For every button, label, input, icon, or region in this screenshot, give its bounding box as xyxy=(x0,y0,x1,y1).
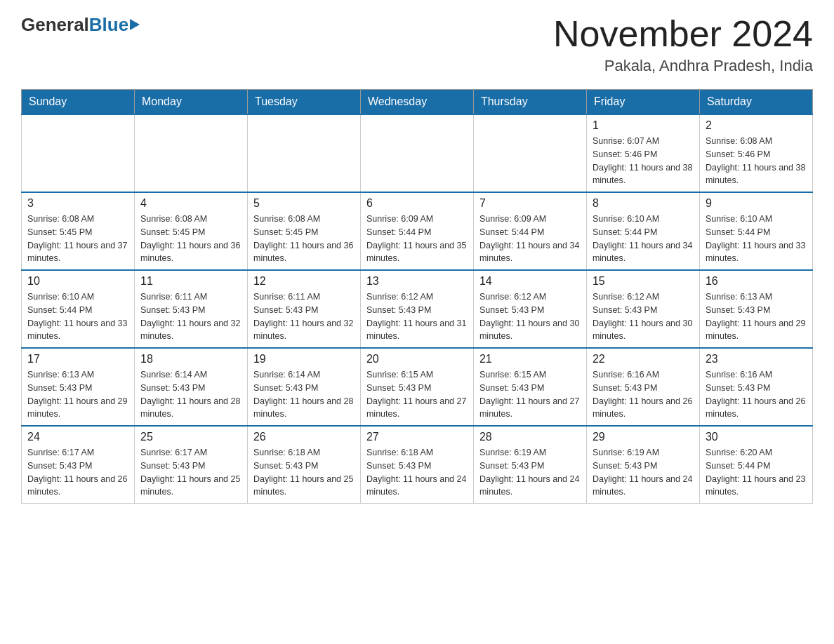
day-number: 14 xyxy=(479,275,581,288)
table-row: 11Sunrise: 6:11 AMSunset: 5:43 PMDayligh… xyxy=(134,270,247,348)
day-number: 3 xyxy=(27,197,128,210)
table-row: 28Sunrise: 6:19 AMSunset: 5:43 PMDayligh… xyxy=(473,426,586,504)
day-number: 20 xyxy=(366,353,468,365)
page-header: General Blue November 2024 Pakala, Andhr… xyxy=(21,14,813,75)
day-number: 26 xyxy=(253,431,355,443)
day-info: Sunrise: 6:16 AMSunset: 5:43 PMDaylight:… xyxy=(593,368,694,421)
table-row: 13Sunrise: 6:12 AMSunset: 5:43 PMDayligh… xyxy=(360,270,473,348)
table-row: 26Sunrise: 6:18 AMSunset: 5:43 PMDayligh… xyxy=(247,426,360,504)
day-number: 23 xyxy=(706,353,807,365)
day-number: 21 xyxy=(479,353,581,365)
table-row: 12Sunrise: 6:11 AMSunset: 5:43 PMDayligh… xyxy=(247,270,360,348)
day-info: Sunrise: 6:17 AMSunset: 5:43 PMDaylight:… xyxy=(27,446,128,499)
calendar-week-row: 17Sunrise: 6:13 AMSunset: 5:43 PMDayligh… xyxy=(22,348,813,426)
day-info: Sunrise: 6:19 AMSunset: 5:43 PMDaylight:… xyxy=(479,446,581,499)
day-info: Sunrise: 6:17 AMSunset: 5:43 PMDaylight:… xyxy=(140,446,241,499)
day-info: Sunrise: 6:08 AMSunset: 5:46 PMDaylight:… xyxy=(706,135,807,187)
table-row: 9Sunrise: 6:10 AMSunset: 5:44 PMDaylight… xyxy=(699,192,812,270)
day-number: 15 xyxy=(593,275,694,288)
day-number: 10 xyxy=(27,275,128,288)
day-number: 9 xyxy=(706,197,807,210)
day-number: 8 xyxy=(593,197,694,210)
table-row xyxy=(134,114,247,192)
table-row: 18Sunrise: 6:14 AMSunset: 5:43 PMDayligh… xyxy=(134,348,247,426)
table-row: 17Sunrise: 6:13 AMSunset: 5:43 PMDayligh… xyxy=(22,348,135,426)
table-row: 8Sunrise: 6:10 AMSunset: 5:44 PMDaylight… xyxy=(586,192,699,270)
day-info: Sunrise: 6:08 AMSunset: 5:45 PMDaylight:… xyxy=(27,213,128,265)
day-info: Sunrise: 6:12 AMSunset: 5:43 PMDaylight:… xyxy=(593,290,694,343)
table-row: 5Sunrise: 6:08 AMSunset: 5:45 PMDaylight… xyxy=(247,192,360,270)
table-row: 2Sunrise: 6:08 AMSunset: 5:46 PMDaylight… xyxy=(699,114,812,192)
table-row: 7Sunrise: 6:09 AMSunset: 5:44 PMDaylight… xyxy=(473,192,586,270)
table-row: 25Sunrise: 6:17 AMSunset: 5:43 PMDayligh… xyxy=(134,426,247,504)
day-number: 6 xyxy=(366,197,468,210)
day-number: 18 xyxy=(140,353,241,365)
table-row: 4Sunrise: 6:08 AMSunset: 5:45 PMDaylight… xyxy=(134,192,247,270)
table-row: 1Sunrise: 6:07 AMSunset: 5:46 PMDaylight… xyxy=(586,114,699,192)
calendar-header-row: Sunday Monday Tuesday Wednesday Thursday… xyxy=(22,90,813,115)
calendar-week-row: 1Sunrise: 6:07 AMSunset: 5:46 PMDaylight… xyxy=(22,114,813,192)
day-info: Sunrise: 6:08 AMSunset: 5:45 PMDaylight:… xyxy=(140,213,241,265)
location-title: Pakala, Andhra Pradesh, India xyxy=(553,57,813,75)
day-number: 17 xyxy=(27,353,128,365)
table-row xyxy=(22,114,135,192)
calendar-table: Sunday Monday Tuesday Wednesday Thursday… xyxy=(21,89,813,504)
logo-triangle-icon xyxy=(130,19,140,30)
day-info: Sunrise: 6:11 AMSunset: 5:43 PMDaylight:… xyxy=(140,290,241,343)
table-row: 3Sunrise: 6:08 AMSunset: 5:45 PMDaylight… xyxy=(22,192,135,270)
day-number: 4 xyxy=(140,197,241,210)
day-info: Sunrise: 6:12 AMSunset: 5:43 PMDaylight:… xyxy=(479,290,581,343)
table-row: 20Sunrise: 6:15 AMSunset: 5:43 PMDayligh… xyxy=(360,348,473,426)
title-block: November 2024 Pakala, Andhra Pradesh, In… xyxy=(553,14,813,75)
day-info: Sunrise: 6:14 AMSunset: 5:43 PMDaylight:… xyxy=(140,368,241,421)
day-info: Sunrise: 6:10 AMSunset: 5:44 PMDaylight:… xyxy=(706,213,807,265)
calendar-week-row: 3Sunrise: 6:08 AMSunset: 5:45 PMDaylight… xyxy=(22,192,813,270)
table-row: 15Sunrise: 6:12 AMSunset: 5:43 PMDayligh… xyxy=(586,270,699,348)
day-number: 13 xyxy=(366,275,468,288)
day-number: 5 xyxy=(253,197,355,210)
day-number: 22 xyxy=(593,353,694,365)
day-info: Sunrise: 6:13 AMSunset: 5:43 PMDaylight:… xyxy=(27,368,128,421)
day-number: 1 xyxy=(593,119,694,132)
day-number: 30 xyxy=(706,431,807,443)
day-info: Sunrise: 6:15 AMSunset: 5:43 PMDaylight:… xyxy=(366,368,468,421)
header-thursday: Thursday xyxy=(473,90,586,115)
table-row: 19Sunrise: 6:14 AMSunset: 5:43 PMDayligh… xyxy=(247,348,360,426)
day-info: Sunrise: 6:16 AMSunset: 5:43 PMDaylight:… xyxy=(706,368,807,421)
table-row: 30Sunrise: 6:20 AMSunset: 5:44 PMDayligh… xyxy=(699,426,812,504)
day-info: Sunrise: 6:08 AMSunset: 5:45 PMDaylight:… xyxy=(253,213,355,265)
table-row: 16Sunrise: 6:13 AMSunset: 5:43 PMDayligh… xyxy=(699,270,812,348)
day-info: Sunrise: 6:14 AMSunset: 5:43 PMDaylight:… xyxy=(253,368,355,421)
day-number: 2 xyxy=(706,119,807,132)
day-info: Sunrise: 6:19 AMSunset: 5:43 PMDaylight:… xyxy=(593,446,694,499)
day-number: 11 xyxy=(140,275,241,288)
table-row: 24Sunrise: 6:17 AMSunset: 5:43 PMDayligh… xyxy=(22,426,135,504)
calendar-week-row: 24Sunrise: 6:17 AMSunset: 5:43 PMDayligh… xyxy=(22,426,813,504)
day-info: Sunrise: 6:09 AMSunset: 5:44 PMDaylight:… xyxy=(366,213,468,265)
table-row: 22Sunrise: 6:16 AMSunset: 5:43 PMDayligh… xyxy=(586,348,699,426)
table-row: 29Sunrise: 6:19 AMSunset: 5:43 PMDayligh… xyxy=(586,426,699,504)
day-info: Sunrise: 6:20 AMSunset: 5:44 PMDaylight:… xyxy=(706,446,807,499)
day-number: 12 xyxy=(253,275,355,288)
day-number: 27 xyxy=(366,431,468,443)
day-info: Sunrise: 6:10 AMSunset: 5:44 PMDaylight:… xyxy=(27,290,128,343)
logo-blue-text: Blue xyxy=(89,14,128,36)
day-number: 16 xyxy=(706,275,807,288)
day-info: Sunrise: 6:18 AMSunset: 5:43 PMDaylight:… xyxy=(253,446,355,499)
day-number: 25 xyxy=(140,431,241,443)
table-row: 14Sunrise: 6:12 AMSunset: 5:43 PMDayligh… xyxy=(473,270,586,348)
table-row: 27Sunrise: 6:18 AMSunset: 5:43 PMDayligh… xyxy=(360,426,473,504)
header-sunday: Sunday xyxy=(22,90,135,115)
day-info: Sunrise: 6:09 AMSunset: 5:44 PMDaylight:… xyxy=(479,213,581,265)
day-info: Sunrise: 6:13 AMSunset: 5:43 PMDaylight:… xyxy=(706,290,807,343)
day-number: 29 xyxy=(593,431,694,443)
table-row: 23Sunrise: 6:16 AMSunset: 5:43 PMDayligh… xyxy=(699,348,812,426)
table-row: 6Sunrise: 6:09 AMSunset: 5:44 PMDaylight… xyxy=(360,192,473,270)
logo: General Blue xyxy=(21,14,140,36)
header-wednesday: Wednesday xyxy=(360,90,473,115)
day-info: Sunrise: 6:10 AMSunset: 5:44 PMDaylight:… xyxy=(593,213,694,265)
day-info: Sunrise: 6:15 AMSunset: 5:43 PMDaylight:… xyxy=(479,368,581,421)
day-number: 24 xyxy=(27,431,128,443)
header-monday: Monday xyxy=(134,90,247,115)
day-number: 7 xyxy=(479,197,581,210)
